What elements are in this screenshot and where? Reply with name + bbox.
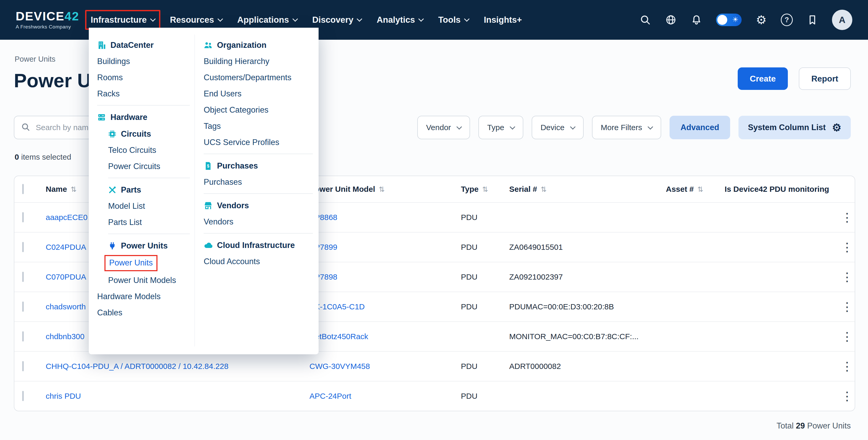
row-checkbox[interactable] xyxy=(22,331,24,342)
menu-column-left: DataCenter Buildings Rooms Racks Hardwar… xyxy=(89,34,195,347)
row-checkbox[interactable] xyxy=(22,242,24,252)
nav-item-analytics[interactable]: Analytics xyxy=(377,15,423,25)
menu-item-power-unit-models[interactable]: Power Unit Models xyxy=(108,272,190,289)
menu-item-end-users[interactable]: End Users xyxy=(204,86,313,102)
globe-icon[interactable] xyxy=(665,14,677,26)
type-filter-select[interactable]: Type xyxy=(478,116,523,139)
power-unit-name-link[interactable]: CHHQ-C104-PDU_A / ADRT0000082 / 10.42.84… xyxy=(46,362,228,371)
server-stack-icon xyxy=(97,113,106,122)
row-actions-kebab[interactable]: ⋮ xyxy=(841,301,853,313)
nav-item-applications[interactable]: Applications xyxy=(237,15,297,25)
theme-toggle[interactable]: ☀ xyxy=(716,13,742,26)
menu-item-racks[interactable]: Racks xyxy=(97,86,190,102)
advanced-button[interactable]: Advanced xyxy=(670,116,730,139)
table-row: CHHQ-C104-PDU_A / ADRT0000082 / 10.42.84… xyxy=(14,351,855,381)
search-icon xyxy=(21,122,30,133)
row-checkbox[interactable] xyxy=(22,212,24,222)
system-column-list-button[interactable]: System Column List ⚙ xyxy=(739,116,851,139)
menu-item-telco-circuits[interactable]: Telco Circuits xyxy=(108,142,190,158)
power-unit-name-link[interactable]: C024PDUA xyxy=(46,243,86,251)
page-actions: Create Report xyxy=(738,67,851,90)
power-unit-name-link[interactable]: chris PDU xyxy=(46,392,81,400)
power-unit-name-link[interactable]: chadsworth xyxy=(46,302,86,311)
menu-item-building-hierarchy[interactable]: Building Hierarchy xyxy=(204,53,313,69)
menu-item-rooms[interactable]: Rooms xyxy=(97,69,190,86)
menu-item-object-categories[interactable]: Object Categories xyxy=(204,102,313,118)
column-header-is-pdu-monitoring[interactable]: Is Device42 PDU monitoring xyxy=(725,185,840,194)
chevron-down-icon xyxy=(457,124,462,129)
sort-icon[interactable]: ⇅ xyxy=(379,185,385,193)
nav-item-infrastructure[interactable]: Infrastructure xyxy=(85,10,160,30)
create-button[interactable]: Create xyxy=(738,67,788,90)
report-button[interactable]: Report xyxy=(799,67,851,90)
help-icon[interactable]: ? xyxy=(781,14,793,26)
row-actions-kebab[interactable]: ⋮ xyxy=(841,241,853,253)
power-unit-name-link[interactable]: chdbnb300 xyxy=(46,332,84,341)
menu-item-ucs-service-profiles[interactable]: UCS Service Profiles xyxy=(204,134,313,150)
column-header-asset[interactable]: Asset #⇅ xyxy=(666,185,725,194)
bookmark-icon[interactable] xyxy=(806,14,818,26)
menu-item-cables[interactable]: Cables xyxy=(97,305,190,321)
sort-icon[interactable]: ⇅ xyxy=(541,185,547,193)
device-filter-select[interactable]: Device xyxy=(532,116,584,139)
chevron-down-icon xyxy=(510,124,515,129)
row-actions-kebab[interactable]: ⋮ xyxy=(841,390,853,402)
sort-icon[interactable]: ⇅ xyxy=(71,185,77,193)
power-unit-name-link[interactable]: C070PDUA xyxy=(46,272,86,281)
device42-logo[interactable]: DEVICE42 A Freshworks Company xyxy=(16,10,79,30)
vendor-filter-select[interactable]: Vendor xyxy=(417,116,470,139)
chevron-down-icon xyxy=(418,16,424,22)
menu-item-power-units[interactable]: Power Units xyxy=(109,257,153,269)
search-icon[interactable] xyxy=(639,14,651,26)
nav-item-insights[interactable]: Insights+ xyxy=(484,15,522,25)
column-header-power-unit-model[interactable]: Power Unit Model⇅ xyxy=(309,185,461,194)
more-filters-select[interactable]: More Filters xyxy=(592,116,661,139)
menu-item-hardware-models[interactable]: Hardware Models xyxy=(97,289,190,305)
row-actions-kebab[interactable]: ⋮ xyxy=(841,360,853,372)
menu-item-buildings[interactable]: Buildings xyxy=(97,53,190,69)
menu-item-customers-departments[interactable]: Customers/Departments xyxy=(204,69,313,86)
purchase-doc-icon: $ xyxy=(204,162,213,170)
nav-item-discovery[interactable]: Discovery xyxy=(312,15,362,25)
menu-item-cloud-accounts[interactable]: Cloud Accounts xyxy=(204,254,313,270)
power-unit-model-link[interactable]: CWG-30VYM458 xyxy=(309,362,370,371)
settings-gear-icon[interactable]: ⚙ xyxy=(755,14,767,26)
menu-item-power-circuits[interactable]: Power Circuits xyxy=(108,158,190,175)
column-header-type[interactable]: Type⇅ xyxy=(461,185,509,194)
menu-item-tags[interactable]: Tags xyxy=(204,118,313,134)
notifications-bell-icon[interactable] xyxy=(690,14,703,26)
sort-icon[interactable]: ⇅ xyxy=(482,185,488,193)
row-actions-kebab[interactable]: ⋮ xyxy=(841,211,853,224)
nav-item-resources[interactable]: Resources xyxy=(170,15,222,25)
power-unit-model-link[interactable]: APC-24Port xyxy=(309,392,351,400)
nav-item-tools[interactable]: Tools xyxy=(438,15,469,25)
type-cell: PDU xyxy=(461,362,509,371)
row-checkbox[interactable] xyxy=(22,361,24,371)
breadcrumb: Power Units xyxy=(14,55,55,63)
select-all-checkbox[interactable] xyxy=(22,184,24,194)
menu-divider xyxy=(108,234,190,234)
nav-icon-bar: ☀ ⚙ ? A xyxy=(639,10,852,30)
device42-app: DEVICE42 A Freshworks Company Infrastruc… xyxy=(0,0,868,440)
menu-divider xyxy=(204,154,313,154)
column-header-serial[interactable]: Serial #⇅ xyxy=(509,185,666,194)
menu-header-parts: Parts xyxy=(108,181,190,198)
menu-item-model-list[interactable]: Model List xyxy=(108,198,190,214)
infrastructure-menu: DataCenter Buildings Rooms Racks Hardwar… xyxy=(89,28,318,354)
row-actions-kebab[interactable]: ⋮ xyxy=(841,271,853,283)
row-checkbox[interactable] xyxy=(22,272,24,282)
building-icon xyxy=(97,41,106,50)
row-checkbox[interactable] xyxy=(22,391,24,401)
row-checkbox[interactable] xyxy=(22,301,24,312)
power-unit-name-link[interactable]: aaapcECE0 xyxy=(46,213,88,222)
menu-item-vendors[interactable]: Vendors xyxy=(204,214,313,230)
serial-cell: PDUMAC=00:0E:D3:00:20:8B xyxy=(509,302,666,311)
user-avatar[interactable]: A xyxy=(832,10,852,30)
sort-icon[interactable]: ⇅ xyxy=(698,185,704,193)
people-icon xyxy=(204,41,213,50)
cloud-icon xyxy=(204,241,213,250)
menu-item-purchases[interactable]: Purchases xyxy=(204,174,313,190)
menu-item-parts-list[interactable]: Parts List xyxy=(108,214,190,230)
row-actions-kebab[interactable]: ⋮ xyxy=(841,330,853,343)
hardware-subsection: Circuits Telco Circuits Power Circuits P… xyxy=(97,125,190,289)
